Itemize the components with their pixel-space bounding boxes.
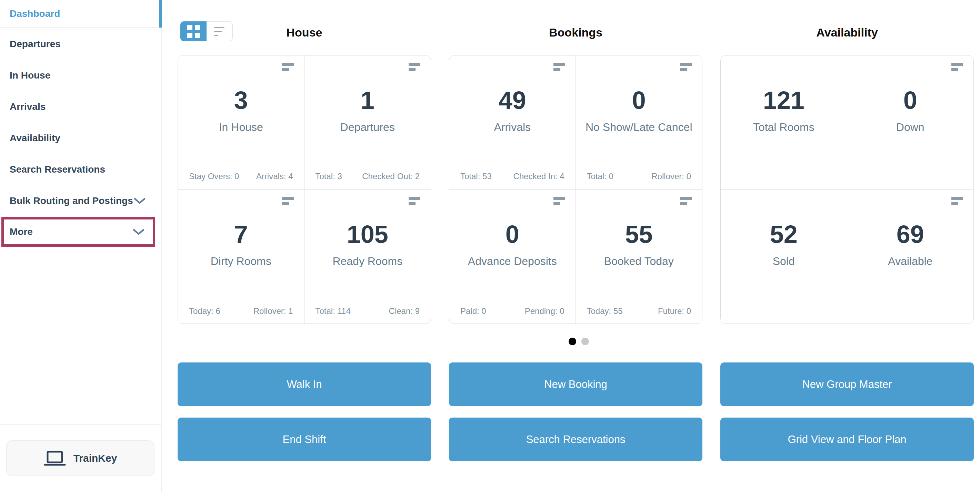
stat-card-available[interactable]: 69 Available [847, 189, 974, 324]
grid-view-and-floor-plan-button[interactable]: Grid View and Floor Plan [720, 417, 974, 461]
pagination-dot-1[interactable] [569, 338, 576, 345]
card-menu-icon[interactable] [554, 197, 565, 205]
stat-value: 0 [506, 222, 519, 247]
annotation-highlight: More [2, 217, 155, 247]
house-panel: 3 In House Stay Overs: 0 Arrivals: 4 1 D… [178, 55, 431, 324]
stat-substats: Today: 55 Future: 0 [587, 306, 691, 316]
sidebar-nav-list: Departures In House Arrivals Availabilit… [0, 27, 161, 247]
stat-value: 1 [361, 88, 374, 113]
sidebar-item-label: More [10, 226, 33, 237]
stat-label: Arrivals [494, 121, 531, 134]
sidebar-item-search-reservations[interactable]: Search Reservations [0, 154, 161, 185]
substat-right: Rollover: 1 [253, 306, 293, 316]
substat-left: Total: 0 [587, 171, 613, 181]
card-menu-icon[interactable] [680, 63, 692, 71]
stat-card-advance-deposits[interactable]: 0 Advance Deposits Paid: 0 Pending: 0 [449, 189, 576, 324]
stat-value: 0 [632, 88, 646, 113]
stat-card-dirty-rooms[interactable]: 7 Dirty Rooms Today: 6 Rollover: 1 [178, 189, 304, 324]
sidebar: Dashboard Departures In House Arrivals A… [0, 0, 162, 492]
grid-view-icon[interactable] [180, 21, 207, 41]
substat-left: Today: 55 [587, 306, 623, 316]
availability-panel: 121 Total Rooms 0 Down 52 Sold 69 Availa… [720, 55, 974, 324]
stat-card-sold[interactable]: 52 Sold [721, 189, 847, 324]
hotel-pms-dashboard: Dashboard Departures In House Arrivals A… [0, 0, 980, 492]
view-toggle [180, 21, 233, 41]
stat-value: 121 [763, 88, 805, 113]
stat-card-down[interactable]: 0 Down [847, 56, 974, 189]
stat-substats: Stay Overs: 0 Arrivals: 4 [189, 171, 293, 181]
sidebar-footer: TrainKey [0, 424, 161, 492]
new-group-master-button[interactable]: New Group Master [720, 362, 974, 406]
stat-value: 3 [234, 88, 248, 113]
sidebar-item-availability[interactable]: Availability [0, 122, 161, 154]
substat-left: Today: 6 [189, 306, 220, 316]
section-headers: House Bookings Availability [178, 0, 980, 55]
sidebar-item-in-house[interactable]: In House [0, 60, 161, 91]
chevron-down-icon [134, 197, 146, 204]
stat-substats: Today: 6 Rollover: 1 [189, 306, 293, 316]
sidebar-item-departures[interactable]: Departures [0, 28, 161, 60]
new-booking-button[interactable]: New Booking [449, 362, 702, 406]
sidebar-item-dashboard[interactable]: Dashboard [0, 0, 161, 27]
card-menu-icon[interactable] [554, 63, 565, 71]
chevron-down-icon [133, 229, 145, 235]
sidebar-item-label: Dashboard [10, 8, 60, 19]
card-menu-icon[interactable] [951, 197, 963, 205]
substat-left: Total: 53 [460, 171, 492, 181]
stat-card-total-rooms[interactable]: 121 Total Rooms [721, 56, 847, 189]
substat-left: Stay Overs: 0 [189, 171, 239, 181]
stat-card-in-house[interactable]: 3 In House Stay Overs: 0 Arrivals: 4 [178, 56, 304, 189]
walk-in-button[interactable]: Walk In [178, 362, 431, 406]
stat-card-departures[interactable]: 1 Departures Total: 3 Checked Out: 2 [304, 56, 431, 189]
stat-substats: Total: 3 Checked Out: 2 [315, 171, 420, 181]
trainkey-button[interactable]: TrainKey [6, 440, 154, 476]
end-shift-button[interactable]: End Shift [178, 417, 431, 461]
action-buttons-row-1: Walk In New Booking New Group Master [178, 362, 980, 406]
substat-left: Total: 114 [315, 306, 351, 316]
stat-label: Down [896, 121, 924, 134]
sidebar-item-bulk-routing-and-postings[interactable]: Bulk Routing and Postings [0, 185, 161, 216]
stat-card-arrivals[interactable]: 49 Arrivals Total: 53 Checked In: 4 [449, 56, 576, 189]
stat-value: 69 [897, 222, 924, 247]
stat-label: Available [888, 255, 932, 268]
card-menu-icon[interactable] [409, 197, 420, 205]
pagination-dot-2[interactable] [581, 338, 589, 345]
substat-left: Total: 3 [315, 171, 342, 181]
card-menu-icon[interactable] [951, 63, 963, 71]
stat-card-booked-today[interactable]: 55 Booked Today Today: 55 Future: 0 [576, 189, 702, 324]
substat-right: Future: 0 [658, 306, 691, 316]
stat-substats: Total: 114 Clean: 9 [315, 306, 420, 316]
substat-left: Paid: 0 [460, 306, 486, 316]
list-view-icon[interactable] [207, 21, 233, 41]
stat-label: Departures [340, 121, 395, 134]
card-menu-icon[interactable] [282, 63, 294, 71]
sidebar-item-more[interactable]: More [4, 219, 153, 244]
card-menu-icon[interactable] [282, 197, 294, 205]
sidebar-item-arrivals[interactable]: Arrivals [0, 91, 161, 122]
laptop-icon [44, 450, 66, 466]
sidebar-item-label: Bulk Routing and Postings [10, 195, 133, 206]
stat-value: 52 [770, 222, 798, 247]
stat-panels-row: 3 In House Stay Overs: 0 Arrivals: 4 1 D… [178, 55, 980, 324]
substat-right: Pending: 0 [525, 306, 565, 316]
card-menu-icon[interactable] [680, 197, 692, 205]
stat-label: Advance Deposits [468, 255, 557, 268]
main-content: House Bookings Availability 3 In House S… [162, 0, 980, 492]
substat-right: Rollover: 0 [651, 171, 691, 181]
substat-right: Checked Out: 2 [362, 171, 420, 181]
substat-right: Checked In: 4 [513, 171, 564, 181]
action-buttons-row-2: End Shift Search Reservations Grid View … [178, 417, 980, 461]
bookings-panel: 49 Arrivals Total: 53 Checked In: 4 0 No… [449, 55, 702, 324]
sidebar-item-label: In House [10, 70, 50, 81]
sidebar-item-label: Departures [10, 38, 61, 49]
stat-card-ready-rooms[interactable]: 105 Ready Rooms Total: 114 Clean: 9 [304, 189, 431, 324]
sidebar-item-label: Availability [10, 133, 60, 144]
stat-value: 105 [347, 222, 388, 247]
stat-label: Booked Today [604, 255, 674, 268]
active-item-indicator [159, 0, 162, 27]
stat-value: 7 [234, 222, 248, 247]
stat-substats: Paid: 0 Pending: 0 [460, 306, 565, 316]
stat-card-no-show-late-cancel[interactable]: 0 No Show/Late Cancel Total: 0 Rollover:… [576, 56, 702, 189]
card-menu-icon[interactable] [409, 63, 420, 71]
search-reservations-button[interactable]: Search Reservations [449, 417, 702, 461]
